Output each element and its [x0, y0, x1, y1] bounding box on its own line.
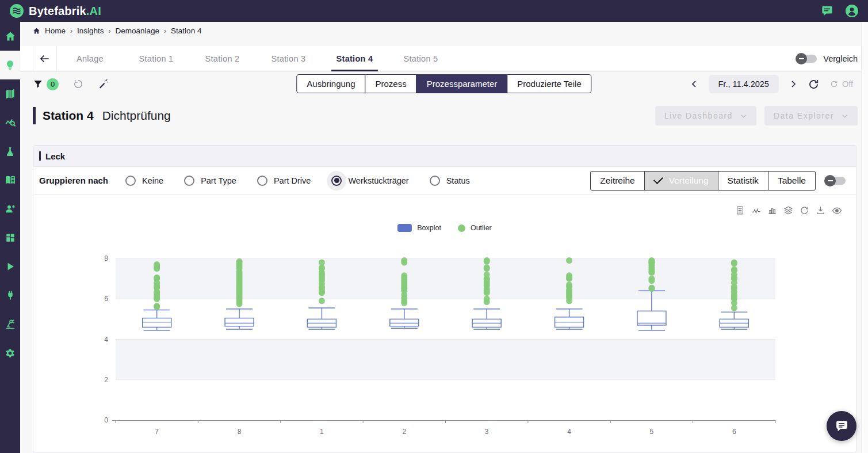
chevron-right-icon[interactable]	[789, 79, 798, 89]
card-options-toggle[interactable]	[826, 177, 846, 185]
radio-circle	[430, 176, 440, 186]
radio-part-type[interactable]: Part Type	[184, 176, 236, 186]
page-title-main: Station 4	[43, 109, 94, 123]
breadcrumb-separator: ›	[164, 27, 166, 35]
radio-werkstuecktraeger[interactable]: Werkstückträger	[331, 176, 408, 186]
reset-icon[interactable]	[72, 78, 84, 90]
view-statistik[interactable]: Statistik	[718, 171, 768, 191]
breadcrumb-item-demoanlage[interactable]: Demoanlage	[116, 26, 160, 35]
breadcrumb: Home › Insights › Demoanlage › Station 4	[33, 26, 201, 35]
svg-text:8: 8	[238, 428, 242, 436]
chat-bubble-icon	[834, 418, 849, 433]
radio-keine[interactable]: Keine	[125, 176, 163, 186]
sidebar-item-map[interactable]	[0, 79, 20, 108]
sidebar-item-home[interactable]	[0, 22, 20, 51]
stack-icon[interactable]	[783, 205, 793, 216]
auto-refresh-label: Off	[842, 79, 853, 89]
breadcrumb-home-icon[interactable]	[33, 27, 40, 35]
chevron-down-icon	[740, 112, 747, 120]
radio-label: Keine	[142, 176, 163, 185]
sidebar-item-connector[interactable]	[0, 281, 20, 310]
arrow-left-icon	[39, 53, 51, 64]
brand-logo[interactable]: Bytefabrik.AI	[9, 3, 101, 18]
restore-icon[interactable]	[800, 205, 809, 216]
view-verteilung[interactable]: Verteilung	[644, 171, 718, 191]
svg-text:8: 8	[104, 254, 108, 262]
vergleich-toggle[interactable]	[797, 55, 817, 63]
tab-station-3[interactable]: Station 3	[255, 46, 322, 71]
legend-outlier[interactable]: Outlier	[458, 224, 492, 232]
card-header: Leck	[33, 146, 856, 167]
visibility-icon[interactable]	[832, 205, 842, 216]
tab-station-2[interactable]: Station 2	[189, 46, 255, 71]
funnel-icon	[33, 79, 43, 89]
svg-text:2: 2	[402, 428, 406, 436]
page-title-subtitle: Dichtprüfung	[102, 109, 171, 123]
data-view-icon[interactable]	[735, 205, 745, 216]
check-icon	[653, 174, 663, 184]
sidebar-item-analytics[interactable]	[0, 108, 20, 137]
user-icon[interactable]	[845, 4, 859, 18]
sidebar-item-lab[interactable]	[0, 137, 20, 166]
svg-text:1: 1	[320, 428, 324, 436]
app-root: Bytefabrik.AI	[0, 0, 868, 453]
breadcrumb-item-station4[interactable]: Station 4	[171, 26, 201, 35]
segment-label: Prozess	[376, 79, 407, 89]
refresh-icon[interactable]	[808, 78, 820, 90]
line-chart-icon[interactable]	[751, 205, 761, 216]
segment-prozessparameter[interactable]: Prozessparameter	[416, 74, 508, 93]
flask-icon	[5, 146, 16, 157]
grid-icon	[5, 233, 16, 243]
tab-label: Station 1	[139, 54, 174, 63]
save-image-icon[interactable]	[816, 205, 825, 216]
breadcrumb-separator: ›	[109, 27, 111, 35]
radio-status[interactable]: Status	[430, 176, 470, 186]
chevron-left-icon[interactable]	[690, 79, 699, 89]
bar-chart-icon[interactable]	[767, 205, 777, 216]
segment-prozess[interactable]: Prozess	[365, 74, 417, 93]
sidebar-item-documentation[interactable]	[0, 166, 20, 195]
svg-text:4: 4	[567, 428, 571, 436]
back-button[interactable]	[33, 46, 57, 71]
tab-station-4[interactable]: Station 4	[322, 46, 388, 71]
chat-icon[interactable]	[821, 5, 833, 17]
tab-anlage[interactable]: Anlage	[57, 46, 123, 71]
sidebar-item-dashboard[interactable]	[0, 223, 20, 252]
segment-ausbringung[interactable]: Ausbringung	[296, 74, 365, 93]
breadcrumb-separator: ›	[70, 27, 72, 35]
toolbar-row: 0 Ausbringung Prozess Prozessparameter P…	[20, 72, 868, 96]
sidebar-item-insights[interactable]	[0, 51, 20, 79]
tab-label: Station 2	[205, 54, 240, 63]
segment-produzierte-teile[interactable]: Produzierte Teile	[507, 74, 591, 93]
magic-wand-icon[interactable]	[98, 78, 109, 90]
view-tabelle[interactable]: Tabelle	[768, 171, 816, 191]
view-zeitreihe[interactable]: Zeitreihe	[590, 171, 644, 191]
radio-label: Part Type	[201, 176, 236, 185]
date-picker-button[interactable]: Fr., 11.4.2025	[709, 75, 779, 93]
sidebar-item-settings[interactable]	[0, 338, 20, 367]
topbar: Bytefabrik.AI	[0, 0, 868, 22]
tab-station-1[interactable]: Station 1	[123, 46, 189, 71]
svg-text:4: 4	[104, 336, 108, 344]
sidebar-item-robot[interactable]	[0, 310, 20, 338]
tab-station-5[interactable]: Station 5	[388, 46, 454, 71]
data-explorer-button[interactable]: Data Explorer	[764, 106, 858, 125]
tab-label: Station 5	[404, 54, 438, 63]
toggle-knob	[796, 53, 807, 64]
legend-outlier-swatch	[458, 224, 465, 232]
scrollbar[interactable]	[861, 22, 868, 453]
radio-part-drive[interactable]: Part Drive	[257, 176, 311, 186]
breadcrumb-item-home[interactable]: Home	[45, 26, 66, 35]
auto-refresh-toggle[interactable]: Off	[829, 79, 853, 89]
leck-card: Leck Gruppieren nach Keine Part Type Par…	[33, 145, 856, 453]
filter-button[interactable]: 0	[33, 78, 59, 90]
chat-fab-button[interactable]	[827, 411, 856, 441]
legend-boxplot[interactable]: Boxplot	[397, 224, 441, 232]
sidebar-item-play[interactable]	[0, 252, 20, 281]
page-title: Station 4 Dichtprüfung	[33, 107, 171, 124]
breadcrumb-item-insights[interactable]: Insights	[77, 26, 104, 35]
brand-suffix: .AI	[86, 5, 101, 17]
live-dashboard-button[interactable]: Live Dashboard	[655, 106, 756, 125]
sidebar-item-operator[interactable]	[0, 195, 20, 223]
legend-boxplot-swatch	[397, 224, 412, 232]
